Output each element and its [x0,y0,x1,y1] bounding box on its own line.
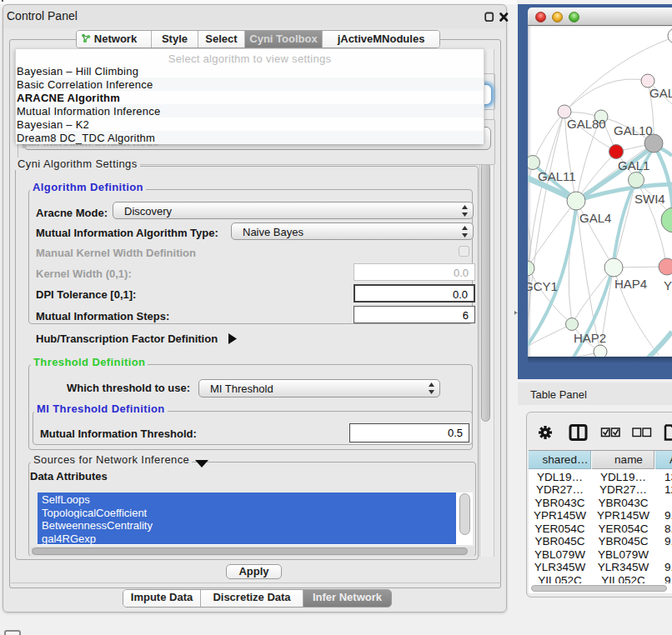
svg-text:SWI4: SWI4 [634,192,665,206]
svg-text:HAP4: HAP4 [614,277,647,291]
svg-text:GAL1: GAL1 [618,158,649,172]
svg-text:HAP2: HAP2 [574,331,606,345]
svg-text:GAL11: GAL11 [538,169,576,183]
svg-text:GAL10: GAL10 [614,123,653,138]
svg-text:GAL2: GAL2 [649,86,672,100]
svg-text:GAL80: GAL80 [567,117,606,131]
svg-text:GCY1: GCY1 [528,279,558,293]
svg-text:YBR: YBR [664,278,672,292]
svg-text:GAL4: GAL4 [579,211,611,225]
